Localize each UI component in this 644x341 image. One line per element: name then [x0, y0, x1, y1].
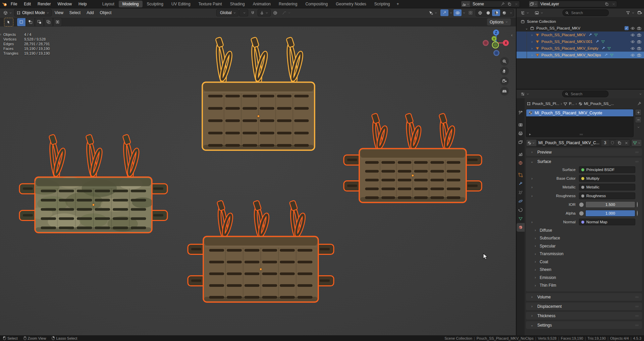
panel-settings[interactable]: ⌄Settings	[526, 321, 642, 329]
node-link-field[interactable]: Roughness	[579, 192, 635, 199]
eye-icon[interactable]	[631, 46, 635, 51]
breadcrumb-material[interactable]: MI_Pouch_SS_...	[584, 102, 614, 106]
properties-tab-world[interactable]	[517, 159, 525, 167]
drag-grip-icon[interactable]	[635, 304, 639, 308]
new-viewlayer-copy-icon[interactable]	[603, 1, 610, 7]
eye-icon[interactable]	[631, 53, 635, 57]
subpanel-subsurface[interactable]: ›Subsurface	[526, 234, 642, 242]
properties-search-input[interactable]	[570, 92, 602, 96]
outliner-row-pouch-ss-placard-mkv[interactable]: ›Pouch_SS_Placard_MKV	[517, 32, 644, 38]
proportional-editing-toggle[interactable]	[271, 9, 279, 16]
eye-icon[interactable]	[631, 26, 635, 31]
workspace-tab-uv-editing[interactable]: UV Editing	[168, 1, 194, 7]
properties-tab-constraints[interactable]	[517, 206, 525, 214]
wrench-icon[interactable]	[601, 46, 605, 50]
drag-grip-icon[interactable]	[635, 314, 639, 318]
workspace-tab-scripting[interactable]: Scripting	[371, 1, 394, 7]
wrench-icon[interactable]	[604, 53, 608, 57]
camera-icon[interactable]	[637, 40, 641, 44]
menu-window[interactable]: Window	[54, 2, 75, 6]
viewlayer-selector[interactable]: ViewLayer	[529, 1, 617, 7]
link-mode-dropdown[interactable]	[631, 139, 642, 147]
menu-render[interactable]: Render	[34, 2, 54, 6]
properties-tab-view-layer[interactable]	[517, 138, 525, 147]
select-mode-intersect[interactable]	[53, 18, 62, 26]
slot-specials-icon[interactable]	[637, 126, 640, 129]
subpanel-diffuse[interactable]: ›Diffuse	[526, 226, 642, 234]
collection-checkbox[interactable]: ✓	[625, 26, 629, 30]
expand-chevron-icon[interactable]: ›	[529, 53, 535, 57]
shading-wireframe-button[interactable]	[476, 9, 484, 16]
visibility-dropdown[interactable]	[427, 9, 439, 16]
outliner-display-mode[interactable]	[533, 9, 545, 16]
node-link-field[interactable]: Metallic	[579, 184, 635, 190]
subpanel-sheen[interactable]: ›Sheen	[526, 266, 642, 274]
camera-icon[interactable]	[637, 53, 641, 57]
properties-type-button[interactable]	[519, 91, 531, 97]
viewport-menu-object[interactable]: Object	[97, 10, 115, 15]
stats-collapse-icon[interactable]: ›	[0, 32, 1, 36]
outliner-row-scene-collection[interactable]: Scene Collection	[517, 18, 644, 25]
eye-icon[interactable]	[631, 33, 635, 37]
properties-tab-tool[interactable]	[517, 108, 525, 117]
preview-panel[interactable]: ›Preview	[526, 148, 642, 156]
filter-dropdown[interactable]	[632, 11, 635, 14]
expand-chevron-icon[interactable]: ›	[529, 220, 535, 224]
material-browse-button[interactable]	[526, 139, 536, 146]
expand-chevron-icon[interactable]: ›	[529, 33, 535, 37]
workspace-tab-layout[interactable]: Layout	[99, 1, 118, 7]
pan-button[interactable]	[500, 67, 509, 75]
blender-logo-icon[interactable]	[2, 2, 7, 7]
wrench-icon[interactable]	[588, 33, 592, 37]
gizmos-toggle[interactable]	[440, 9, 448, 16]
subpanel-transmission[interactable]: ›Transmission	[526, 250, 642, 258]
properties-tab-modifiers[interactable]	[517, 179, 525, 188]
properties-tab-output[interactable]	[517, 129, 525, 138]
properties-tab-material[interactable]	[517, 223, 525, 232]
subpanel-thin-film[interactable]: ›Thin Film	[526, 282, 642, 290]
remove-slot-button[interactable]	[635, 116, 642, 123]
input-socket-icon[interactable]	[579, 211, 584, 216]
unlink-material-icon[interactable]	[623, 139, 630, 146]
shading-rendered-button[interactable]	[500, 9, 508, 16]
collapse-chevron-icon[interactable]: ⌄	[523, 26, 530, 30]
drag-grip-icon[interactable]	[635, 323, 639, 327]
shading-solid-button[interactable]	[484, 9, 492, 16]
node-link-field[interactable]: Normal Map	[579, 219, 635, 225]
specials-expand-icon[interactable]	[528, 133, 532, 136]
outliner-row-pouch-ss-placard-mkv-001[interactable]: ›Pouch_SS_Placard_MKV.001	[517, 38, 644, 45]
duplicate-material-icon[interactable]	[616, 139, 623, 146]
resize-grip-icon[interactable]	[579, 132, 584, 136]
camera-icon[interactable]	[637, 26, 641, 31]
fake-user-shield-icon[interactable]	[609, 139, 616, 146]
scene-close-icon[interactable]	[513, 1, 520, 7]
filter-icon[interactable]	[626, 11, 630, 15]
value-slider[interactable]: 1.500	[585, 201, 635, 208]
outliner-search[interactable]	[562, 9, 609, 16]
subpanel-emission[interactable]: ›Emission	[526, 274, 642, 282]
meshdata-icon[interactable]	[607, 46, 611, 50]
wrench-icon[interactable]	[595, 40, 599, 44]
select-mode-subtract[interactable]	[35, 18, 44, 26]
shading-dropdown[interactable]	[508, 9, 514, 16]
editor-type-button[interactable]	[1, 9, 14, 16]
material-slot-row[interactable]: MI_Pouch_SS_Placard_MKV_Coyote	[526, 109, 633, 116]
properties-tab-render[interactable]	[517, 120, 525, 129]
falloff-dropdown[interactable]	[280, 9, 293, 16]
scene-name[interactable]: Scene	[470, 2, 499, 6]
meshdata-icon[interactable]	[594, 33, 598, 37]
expand-chevron-icon[interactable]: ›	[529, 40, 535, 44]
viewport-collapse-icon[interactable]: ‹	[511, 33, 513, 38]
new-scene-copy-icon[interactable]	[506, 1, 513, 7]
panel-thickness[interactable]: ›Thickness	[526, 312, 642, 320]
panel-displacement[interactable]: ›Displacement	[526, 302, 642, 310]
workspace-tab-compositing[interactable]: Compositing	[302, 1, 331, 7]
pin-icon[interactable]	[499, 1, 506, 7]
model-Pouch_SS_Placard_MKV_NoClips[interactable]	[202, 37, 315, 150]
perspective-button[interactable]	[500, 87, 509, 96]
material-users-count[interactable]: 3	[601, 139, 609, 146]
viewlayer-icon[interactable]	[529, 1, 538, 7]
shading-material-button[interactable]	[492, 9, 500, 16]
meshdata-icon[interactable]	[610, 53, 614, 57]
properties-tab-data[interactable]	[517, 214, 525, 223]
